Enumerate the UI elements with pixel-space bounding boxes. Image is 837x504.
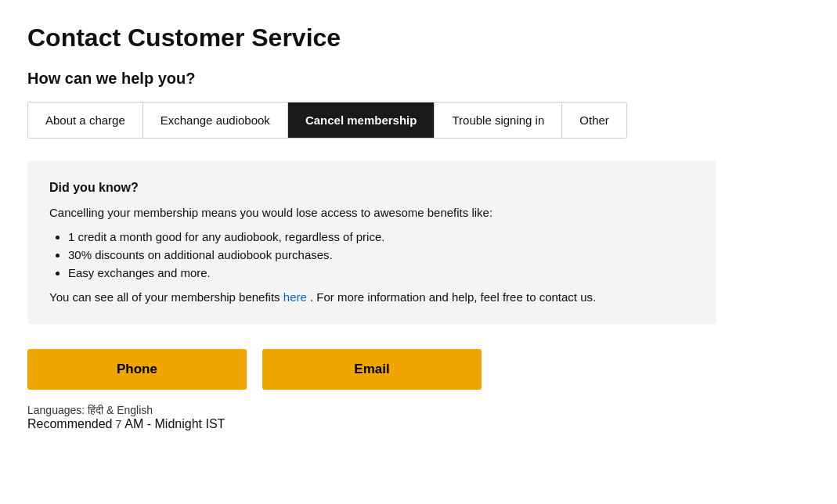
recommended-label: Recommended	[27, 417, 113, 431]
help-subtitle: How can we help you?	[27, 70, 810, 88]
benefits-list: 1 credit a month good for any audiobook,…	[49, 230, 694, 279]
info-box-heading: Did you know?	[49, 181, 694, 195]
tab-about-charge[interactable]: About a charge	[28, 103, 143, 138]
phone-languages: Languages: हिंदी & English	[27, 404, 810, 417]
tab-other[interactable]: Other	[562, 103, 626, 138]
info-box: Did you know? Cancelling your membership…	[27, 160, 716, 324]
contact-buttons-container: Phone Email	[27, 349, 810, 390]
hours-number: 7	[116, 418, 122, 430]
topic-tab-bar: About a charge Exchange audiobook Cancel…	[27, 102, 627, 139]
benefit-item: 30% discounts on additional audiobook pu…	[68, 248, 694, 261]
page-title: Contact Customer Service	[27, 23, 810, 52]
tab-exchange-audiobook[interactable]: Exchange audiobook	[143, 103, 288, 138]
footer-text-after: . For more information and help, feel fr…	[310, 290, 596, 304]
info-box-description: Cancelling your membership means you wou…	[49, 206, 694, 219]
info-box-footer: You can see all of your membership benef…	[49, 290, 694, 304]
benefit-item: Easy exchanges and more.	[68, 266, 694, 279]
benefit-item: 1 credit a month good for any audiobook,…	[68, 230, 694, 243]
tab-trouble-signing[interactable]: Trouble signing in	[435, 103, 562, 138]
membership-benefits-link[interactable]: here	[283, 290, 310, 304]
hours-range: AM - Midnight IST	[124, 417, 225, 431]
email-button[interactable]: Email	[262, 349, 482, 390]
phone-hours: Recommended 7 AM - Midnight IST	[27, 417, 810, 431]
phone-button[interactable]: Phone	[27, 349, 247, 390]
tab-cancel-membership[interactable]: Cancel membership	[288, 103, 435, 138]
phone-info: Languages: हिंदी & English Recommended 7…	[27, 404, 810, 431]
footer-text-before: You can see all of your membership benef…	[49, 290, 280, 304]
